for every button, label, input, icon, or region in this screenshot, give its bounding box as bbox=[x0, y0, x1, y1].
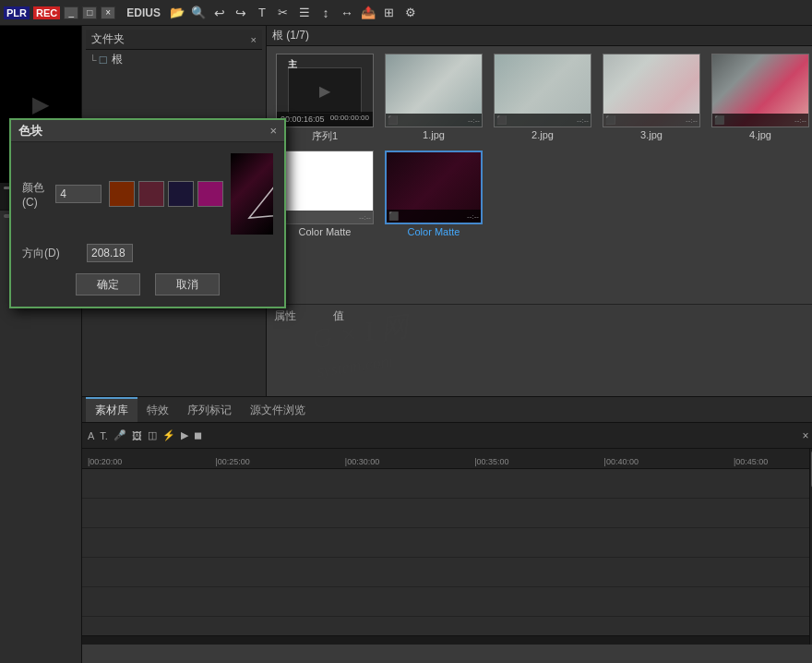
toolbar-grid-icon[interactable]: ⊞ bbox=[380, 5, 399, 21]
thumbnail-color-matte-2[interactable]: ⬛ --:-- Color Matte bbox=[383, 151, 484, 237]
plr-badge: PLR bbox=[4, 6, 30, 19]
timeline-tool-mic[interactable]: 🎤 bbox=[113, 429, 126, 441]
thumbnail-row-2: ⬛ --:-- Color Matte bbox=[274, 151, 811, 237]
thumb-img-3jpg: 📷 ⬛ --:-- bbox=[603, 54, 700, 127]
film-strip-4jpg: ⬛ --:-- bbox=[712, 114, 808, 127]
dialog-confirm-btn[interactable]: 确定 bbox=[76, 273, 140, 295]
timeline-toolbar: A T. 🎤 🖼 ◫ ⚡ ▶ ◼ × bbox=[82, 423, 812, 449]
toolbar-redo-icon[interactable]: ↪ bbox=[232, 5, 250, 21]
toolbar-search-icon[interactable]: 🔍 bbox=[189, 5, 208, 21]
track-3 bbox=[82, 528, 809, 558]
timeline-tool-fx[interactable]: ⚡ bbox=[162, 429, 175, 441]
film-strip-2jpg: ⬛ --:-- bbox=[495, 114, 591, 127]
toolbar-open-icon[interactable]: 📂 bbox=[168, 5, 186, 21]
color-swatches bbox=[109, 181, 223, 207]
label-cm2: Color Matte bbox=[408, 226, 460, 237]
toolbar-undo-icon[interactable]: ↩ bbox=[210, 5, 229, 21]
thumbnail-4jpg[interactable]: 📷 ⬛ --:-- 4.jpg bbox=[710, 54, 811, 143]
dialog-color-input[interactable] bbox=[55, 185, 102, 203]
svg-marker-0 bbox=[249, 172, 273, 218]
tab-asset-library[interactable]: 素材库 bbox=[86, 397, 137, 422]
color-block-dialog: 色块 × 颜色(C) 方向(D) bbox=[9, 118, 286, 308]
toolbar-text-icon[interactable]: T bbox=[253, 5, 271, 21]
toolbar-export-icon[interactable]: 📤 bbox=[359, 5, 377, 21]
app-title: EDIUS bbox=[126, 6, 161, 19]
thumb-img-cm2: ⬛ --:-- bbox=[385, 151, 483, 224]
dialog-color-label: 颜色(C) bbox=[22, 180, 55, 209]
thumbnail-2jpg[interactable]: 📷 ⬛ --:-- 2.jpg bbox=[492, 54, 593, 143]
ruler-ticks: |00:20:00 |00:25:00 |00:30:00 |00:35:00 … bbox=[86, 449, 806, 468]
dialog-direction-label: 方向(D) bbox=[22, 246, 87, 261]
film-icon-cm2: ⬛ bbox=[388, 211, 399, 221]
minimize-btn[interactable]: _ bbox=[64, 6, 78, 19]
timeline-tool-a[interactable]: A bbox=[88, 430, 94, 441]
folder-panel-title: 文件夹 bbox=[91, 31, 125, 47]
timeline-tool-img[interactable]: 🖼 bbox=[132, 430, 142, 441]
timeline-tool-stop[interactable]: ◼ bbox=[194, 429, 202, 441]
label-1jpg: 1.jpg bbox=[423, 129, 445, 140]
dash-cm2: --:-- bbox=[467, 212, 479, 221]
folder-panel-close[interactable]: × bbox=[251, 34, 257, 45]
dialog-color-row: 颜色(C) bbox=[22, 153, 273, 235]
dash-1jpg: --:-- bbox=[468, 116, 480, 125]
thumb-img-4jpg: 📷 ⬛ --:-- bbox=[711, 54, 809, 127]
tab-source-browser[interactable]: 源文件浏览 bbox=[241, 397, 315, 422]
attr-col2: 值 bbox=[333, 308, 344, 324]
dialog-direction-input[interactable] bbox=[87, 244, 133, 262]
tab-sequence-markers[interactable]: 序列标记 bbox=[178, 397, 241, 422]
tab-effects[interactable]: 特效 bbox=[137, 397, 178, 422]
thumbnail-color-matte-1[interactable]: ⬛ --:-- Color Matte bbox=[274, 151, 376, 237]
film-strip-3jpg: ⬛ --:-- bbox=[603, 114, 699, 127]
toolbar-flip-icon[interactable]: ↔ bbox=[338, 5, 356, 21]
swatch-4[interactable] bbox=[197, 181, 223, 207]
timeline-tool-play[interactable]: ▶ bbox=[181, 429, 188, 441]
top-bar: PLR REC _ □ × EDIUS 📂 🔍 ↩ ↪ T ✂ ☰ ↕ ↔ 📤 … bbox=[0, 0, 812, 26]
close-btn-top[interactable]: × bbox=[101, 6, 115, 19]
thumbnail-3jpg[interactable]: 📷 ⬛ --:-- 3.jpg bbox=[601, 54, 702, 143]
dialog-close-btn[interactable]: × bbox=[269, 124, 277, 138]
ruler-mark-1: |00:25:00 bbox=[215, 457, 249, 466]
track-2 bbox=[82, 499, 809, 528]
horizontal-scrollbar[interactable] bbox=[82, 635, 809, 645]
thumbnail-1jpg[interactable]: 📷 ⬛ --:-- 1.jpg bbox=[383, 54, 484, 143]
toolbar-rotate-icon[interactable]: ↕ bbox=[316, 5, 335, 21]
restore-btn[interactable]: □ bbox=[82, 6, 97, 19]
film-strip-cm1: ⬛ --:-- bbox=[277, 211, 373, 223]
swatch-3[interactable] bbox=[168, 181, 194, 207]
timeline-ruler: |00:20:00 |00:25:00 |00:30:00 |00:35:00 … bbox=[82, 449, 809, 469]
film-icon-3jpg: ⬛ bbox=[605, 115, 615, 125]
swatch-2[interactable] bbox=[138, 181, 164, 207]
folder-panel-header: 文件夹 × bbox=[86, 30, 262, 50]
toolbar-cut-icon[interactable]: ✂ bbox=[274, 5, 293, 21]
toolbar-menu-icon[interactable]: ☰ bbox=[295, 5, 314, 21]
thumb-img-cm1: ⬛ --:-- bbox=[276, 151, 374, 224]
ruler-mark-3: |00:35:00 bbox=[474, 457, 508, 466]
ruler-mark-4: |00:40:00 bbox=[604, 457, 639, 466]
color-picker[interactable] bbox=[231, 153, 273, 235]
toolbar-settings-icon[interactable]: ⚙ bbox=[401, 5, 420, 21]
attr-header: 属性 值 bbox=[274, 308, 811, 324]
film-strip-cm2: ⬛ --:-- bbox=[387, 210, 481, 223]
folder-item-root[interactable]: └ □ 根 bbox=[86, 50, 262, 69]
dialog-cancel-btn[interactable]: 取消 bbox=[155, 273, 220, 295]
label-cm1: Color Matte bbox=[299, 226, 352, 237]
seq-panel-title: 根 (1/7) bbox=[272, 28, 309, 43]
sequence-browser: 根 (1/7) ▶ bbox=[267, 26, 812, 396]
dialog-body: 颜色(C) 方向(D) 确定 取消 bbox=[11, 142, 284, 307]
dialog-buttons: 确定 取消 bbox=[22, 273, 273, 295]
swatch-1[interactable] bbox=[109, 181, 135, 207]
dash-3jpg: --:-- bbox=[686, 116, 698, 125]
ruler-mark-5: |00:45:00 bbox=[734, 457, 768, 466]
timeline-tool-t[interactable]: T. bbox=[100, 430, 108, 441]
thumbnail-sequence[interactable]: ▶ 00:00:00:00 00:00:16:05 主 序列1 bbox=[274, 54, 376, 143]
timeline-close-btn[interactable]: × bbox=[798, 428, 812, 443]
ruler-mark-0: |00:20:00 bbox=[88, 457, 122, 466]
dialog-title: 色块 bbox=[18, 123, 42, 139]
rec-badge: REC bbox=[33, 6, 60, 19]
bottom-tabs: 素材库 特效 序列标记 源文件浏览 bbox=[82, 396, 812, 422]
timeline-tool-split[interactable]: ◫ bbox=[148, 429, 157, 441]
seq-play-icon: ▶ bbox=[319, 82, 330, 100]
folder-icon-root: □ bbox=[100, 53, 107, 66]
track-1 bbox=[82, 469, 809, 499]
toolbar: 📂 🔍 ↩ ↪ T ✂ ☰ ↕ ↔ 📤 ⊞ ⚙ bbox=[168, 5, 420, 21]
